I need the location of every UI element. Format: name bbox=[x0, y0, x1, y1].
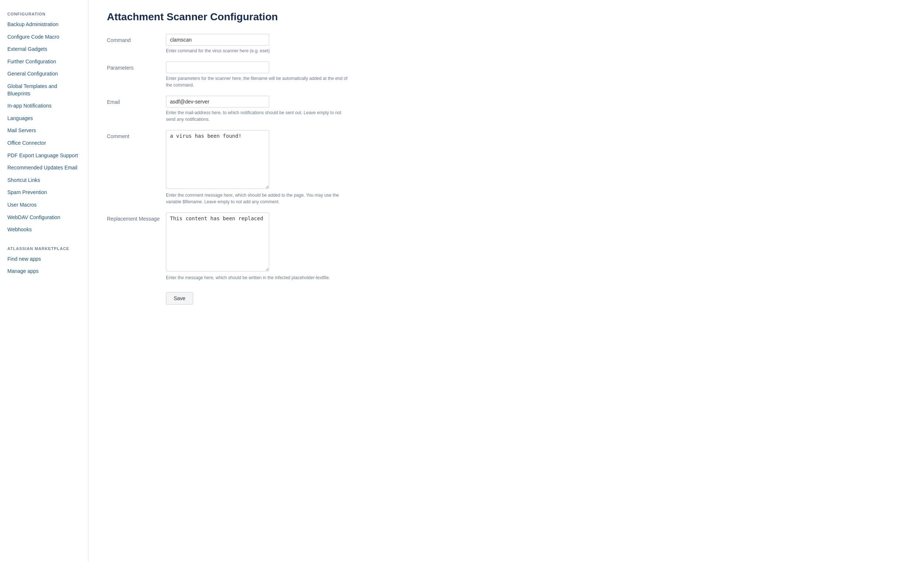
email-field: Enter the mail-address here, to which no… bbox=[166, 96, 350, 123]
parameters-label: Parameters bbox=[107, 61, 166, 72]
email-input[interactable] bbox=[166, 96, 269, 108]
configuration-form: Command Enter command for the virus scan… bbox=[107, 34, 439, 305]
email-hint: Enter the mail-address here, to which no… bbox=[166, 109, 350, 123]
command-field: Enter command for the virus scanner here… bbox=[166, 34, 350, 54]
sidebar: CONFIGURATION Backup Administration Conf… bbox=[0, 0, 88, 562]
sidebar-item-user-macros[interactable]: User Macros bbox=[0, 199, 88, 211]
replacement-message-textarea[interactable]: This content has been replaced bbox=[166, 212, 269, 271]
replacement-message-row: Replacement Message This content has bee… bbox=[107, 212, 439, 281]
command-input[interactable] bbox=[166, 34, 269, 46]
sidebar-item-manage-apps[interactable]: Manage apps bbox=[0, 265, 88, 278]
sidebar-item-shortcut-links[interactable]: Shortcut Links bbox=[0, 174, 88, 187]
comment-field: a virus has been found! Enter the commen… bbox=[166, 130, 350, 205]
sidebar-item-find-apps[interactable]: Find new apps bbox=[0, 253, 88, 266]
parameters-field: Enter parameters for the scanner here, t… bbox=[166, 61, 350, 88]
sidebar-item-external-gadgets[interactable]: External Gadgets bbox=[0, 43, 88, 55]
email-label: Email bbox=[107, 96, 166, 106]
parameters-row: Parameters Enter parameters for the scan… bbox=[107, 61, 439, 88]
sidebar-item-pdf-export[interactable]: PDF Export Language Support bbox=[0, 149, 88, 162]
sidebar-item-webdav[interactable]: WebDAV Configuration bbox=[0, 211, 88, 224]
sidebar-item-mail-servers[interactable]: Mail Servers bbox=[0, 124, 88, 137]
replacement-message-hint: Enter the message here, which should be … bbox=[166, 274, 350, 281]
comment-textarea[interactable]: a virus has been found! bbox=[166, 130, 269, 189]
save-row: Save bbox=[166, 288, 439, 305]
sidebar-item-webhooks[interactable]: Webhooks bbox=[0, 224, 88, 236]
sidebar-section-configuration: CONFIGURATION bbox=[0, 7, 88, 18]
sidebar-item-general-configuration[interactable]: General Configuration bbox=[0, 68, 88, 80]
page-title: Attachment Scanner Configuration bbox=[107, 11, 906, 23]
sidebar-item-configure-code-macro[interactable]: Configure Code Macro bbox=[0, 31, 88, 43]
sidebar-item-recommended-updates[interactable]: Recommended Updates Email bbox=[0, 162, 88, 174]
sidebar-item-backup-admin[interactable]: Backup Administration bbox=[0, 18, 88, 31]
command-row: Command Enter command for the virus scan… bbox=[107, 34, 439, 54]
sidebar-item-languages[interactable]: Languages bbox=[0, 112, 88, 125]
comment-hint: Enter the comment message here, which sh… bbox=[166, 192, 350, 205]
sidebar-item-further-configuration[interactable]: Further Configuration bbox=[0, 55, 88, 68]
email-row: Email Enter the mail-address here, to wh… bbox=[107, 96, 439, 123]
replacement-message-label: Replacement Message bbox=[107, 212, 166, 223]
comment-row: Comment a virus has been found! Enter th… bbox=[107, 130, 439, 205]
parameters-hint: Enter parameters for the scanner here, t… bbox=[166, 75, 350, 88]
command-hint: Enter command for the virus scanner here… bbox=[166, 48, 350, 54]
sidebar-item-office-connector[interactable]: Office Connector bbox=[0, 137, 88, 149]
parameters-input[interactable] bbox=[166, 61, 269, 73]
save-button[interactable]: Save bbox=[166, 292, 193, 305]
sidebar-section-marketplace: ATLASSIAN MARKETPLACE bbox=[0, 242, 88, 253]
sidebar-item-spam-prevention[interactable]: Spam Prevention bbox=[0, 186, 88, 199]
command-label: Command bbox=[107, 34, 166, 44]
replacement-message-field: This content has been replaced Enter the… bbox=[166, 212, 350, 281]
sidebar-item-in-app-notifications[interactable]: In-app Notifications bbox=[0, 100, 88, 112]
main-content: Attachment Scanner Configuration Command… bbox=[88, 0, 924, 562]
comment-label: Comment bbox=[107, 130, 166, 140]
sidebar-item-global-templates[interactable]: Global Templates and Blueprints bbox=[0, 80, 88, 100]
